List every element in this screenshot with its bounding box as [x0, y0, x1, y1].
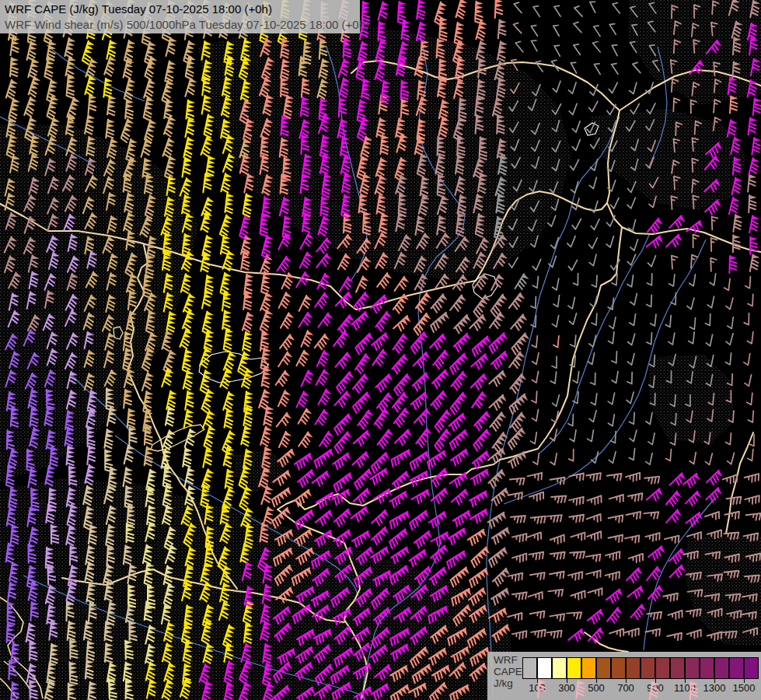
weather-map: WRF CAPE J/kg 10030050070090011001300150…: [0, 0, 761, 700]
wind-barbs-gray: [494, 156, 508, 240]
wind-barbs-pink: [538, 681, 697, 699]
title-line-shear: WRF Wind shear (m/s) 500/1000hPa Tuesday…: [5, 17, 360, 33]
wind-barbs-tan: [45, 388, 137, 700]
wind-barbs-purple: [6, 390, 75, 700]
wind-barbs-rosybrown: [508, 473, 760, 640]
title-line-cape: WRF CAPE (J/kg) Tuesday 07-10-2025 18:00…: [5, 2, 360, 17]
wind-barbs-yellow: [82, 0, 308, 699]
wind-barbs-salmon: [240, 0, 510, 700]
wind-barbs-salmon: [553, 336, 559, 348]
wind-barbs-khaki: [5, 154, 118, 390]
wind-barb-layer: [0, 0, 761, 700]
title-bar: WRF CAPE (J/kg) Tuesday 07-10-2025 18:00…: [0, 0, 360, 33]
wind-barbs-pale-yellow: [107, 407, 196, 700]
wind-barbs-gray: [515, 274, 529, 289]
wind-barbs-gray: [509, 2, 734, 464]
wind-barbs-violet: [9, 215, 97, 389]
